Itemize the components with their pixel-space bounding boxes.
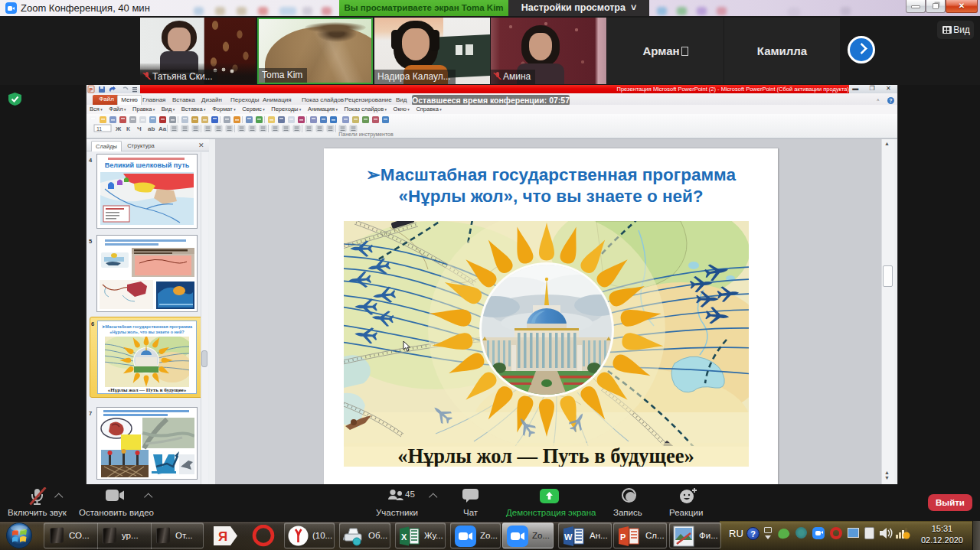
svg-text:Я: Я: [218, 529, 227, 544]
svg-text:P: P: [620, 532, 626, 542]
svg-text:W: W: [564, 532, 573, 542]
svg-text:P: P: [90, 87, 93, 93]
svg-text:11: 11: [96, 126, 102, 132]
svg-text:X: X: [401, 532, 407, 542]
svg-text:«Нұрлы жол — Путь в будущее»: «Нұрлы жол — Путь в будущее»: [397, 444, 694, 467]
